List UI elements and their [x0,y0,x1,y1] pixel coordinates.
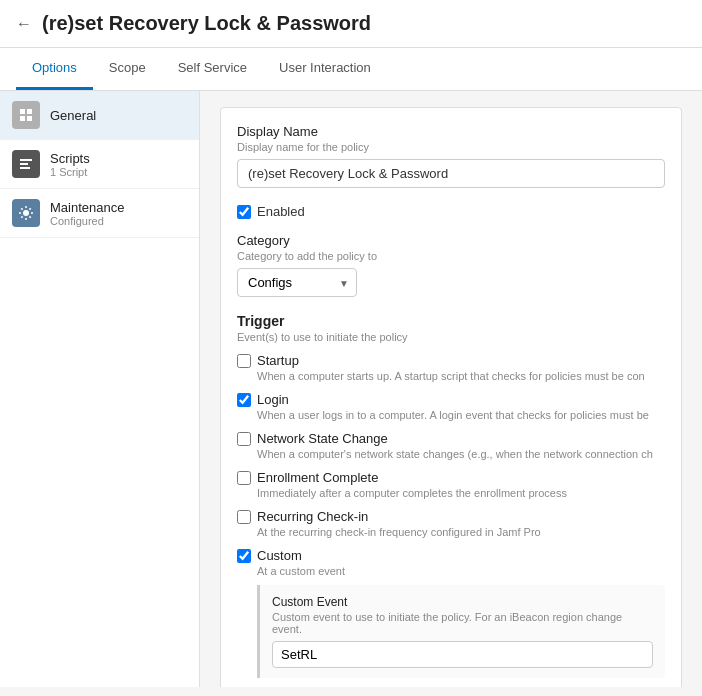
trigger-login: Login When a user logs in to a computer.… [237,392,665,421]
display-name-desc: Display name for the policy [237,141,665,153]
custom-event-box: Custom Event Custom event to use to init… [257,585,665,678]
sidebar: General Scripts 1 Script Maintenance Con… [0,91,200,687]
enrollment-label: Enrollment Complete [257,470,378,485]
trigger-network: Network State Change When a computer's n… [237,431,665,460]
sidebar-item-general[interactable]: General [0,91,199,140]
login-label: Login [257,392,289,407]
display-name-label: Display Name [237,124,665,139]
sidebar-scripts-label: Scripts [50,151,90,166]
display-name-group: Display Name Display name for the policy [237,124,665,188]
tab-bar: Options Scope Self Service User Interact… [0,48,702,91]
enabled-label: Enabled [257,204,305,219]
category-select-wrapper: Configs [237,268,357,297]
svg-rect-3 [27,116,32,121]
trigger-desc: Event(s) to use to initiate the policy [237,331,665,343]
category-select[interactable]: Configs [237,268,357,297]
custom-event-desc: Custom event to use to initiate the poli… [272,611,653,635]
category-group: Category Category to add the policy to C… [237,233,665,297]
category-desc: Category to add the policy to [237,250,665,262]
trigger-startup: Startup When a computer starts up. A sta… [237,353,665,382]
sidebar-maintenance-label: Maintenance [50,200,124,215]
page-header: ← (re)set Recovery Lock & Password [0,0,702,48]
startup-checkbox[interactable] [237,354,251,368]
startup-label: Startup [257,353,299,368]
enabled-row: Enabled [237,204,665,219]
recurring-label: Recurring Check-in [257,509,368,524]
network-desc: When a computer's network state changes … [257,448,665,460]
trigger-enrollment: Enrollment Complete Immediately after a … [237,470,665,499]
tab-user-interaction[interactable]: User Interaction [263,48,387,90]
custom-event-input[interactable] [272,641,653,668]
category-label: Category [237,233,665,248]
custom-checkbox[interactable] [237,549,251,563]
back-button[interactable]: ← [16,15,32,33]
recurring-desc: At the recurring check-in frequency conf… [257,526,665,538]
svg-rect-0 [20,109,25,114]
svg-rect-1 [27,109,32,114]
maintenance-icon [12,199,40,227]
scripts-icon [12,150,40,178]
tab-scope[interactable]: Scope [93,48,162,90]
sidebar-item-scripts[interactable]: Scripts 1 Script [0,140,199,189]
tab-options[interactable]: Options [16,48,93,90]
trigger-recurring: Recurring Check-in At the recurring chec… [237,509,665,538]
network-label: Network State Change [257,431,388,446]
page-title: (re)set Recovery Lock & Password [42,12,371,35]
login-desc: When a user logs in to a computer. A log… [257,409,665,421]
general-form: Display Name Display name for the policy… [220,107,682,687]
enrollment-desc: Immediately after a computer completes t… [257,487,665,499]
login-checkbox[interactable] [237,393,251,407]
tab-self-service[interactable]: Self Service [162,48,263,90]
custom-desc: At a custom event [257,565,665,577]
content-area: Display Name Display name for the policy… [200,91,702,687]
general-icon [12,101,40,129]
sidebar-general-label: General [50,108,96,123]
recurring-checkbox[interactable] [237,510,251,524]
svg-point-4 [23,210,29,216]
custom-label: Custom [257,548,302,563]
enrollment-checkbox[interactable] [237,471,251,485]
network-checkbox[interactable] [237,432,251,446]
custom-event-label: Custom Event [272,595,653,609]
trigger-custom: Custom At a custom event Custom Event Cu… [237,548,665,678]
sidebar-item-maintenance[interactable]: Maintenance Configured [0,189,199,238]
trigger-title: Trigger [237,313,665,329]
enabled-checkbox[interactable] [237,205,251,219]
sidebar-maintenance-sub: Configured [50,215,124,227]
trigger-group: Trigger Event(s) to use to initiate the … [237,313,665,678]
startup-desc: When a computer starts up. A startup scr… [257,370,665,382]
sidebar-scripts-sub: 1 Script [50,166,90,178]
svg-rect-2 [20,116,25,121]
main-layout: General Scripts 1 Script Maintenance Con… [0,91,702,687]
display-name-input[interactable] [237,159,665,188]
